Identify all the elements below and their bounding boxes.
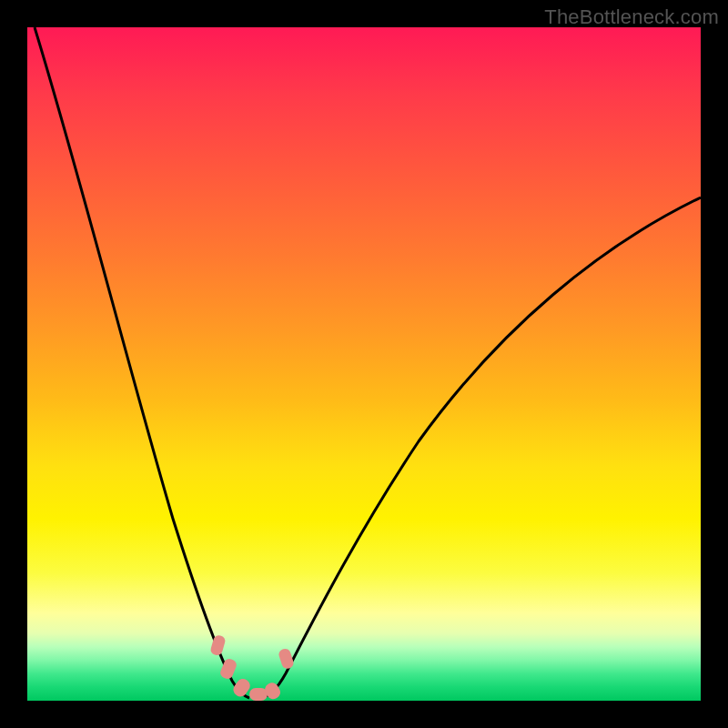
plot-area bbox=[27, 27, 701, 701]
svg-rect-0 bbox=[209, 634, 227, 657]
svg-rect-5 bbox=[278, 647, 295, 670]
trough-markers bbox=[209, 634, 295, 701]
chart-container: TheBottleneck.com bbox=[0, 0, 728, 728]
curve-left-branch bbox=[35, 27, 249, 698]
chart-svg bbox=[27, 27, 701, 701]
svg-rect-2 bbox=[231, 676, 253, 699]
svg-rect-3 bbox=[249, 688, 268, 701]
watermark-text: TheBottleneck.com bbox=[544, 5, 719, 29]
curve-right-branch bbox=[260, 197, 701, 698]
